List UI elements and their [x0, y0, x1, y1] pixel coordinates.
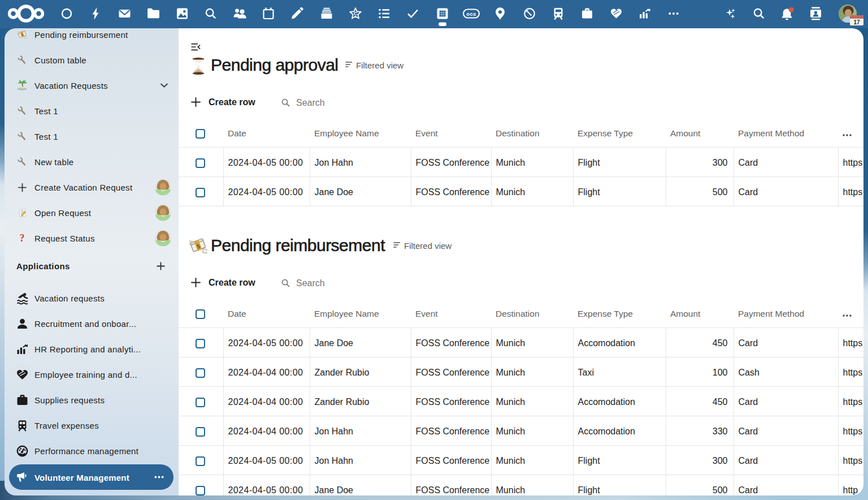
svg-text:17: 17 [853, 19, 860, 25]
svg-text:C: C [354, 11, 357, 16]
svg-text:ocs: ocs [466, 11, 476, 17]
